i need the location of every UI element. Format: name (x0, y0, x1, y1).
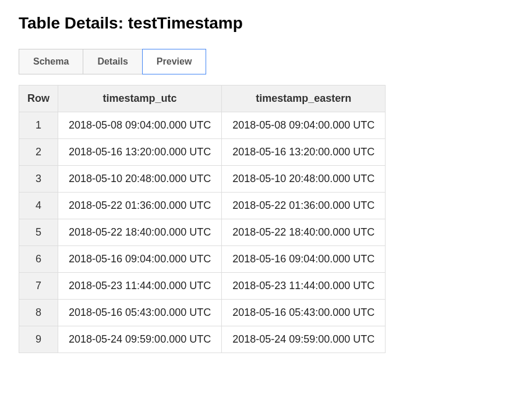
column-header-timestamp-eastern: timestamp_eastern (222, 86, 386, 112)
tab-schema[interactable]: Schema (19, 49, 83, 74)
row-number: 6 (19, 246, 58, 273)
cell-timestamp-eastern: 2018-05-16 05:43:00.000 UTC (222, 300, 386, 326)
table-name: testTimestamp (128, 14, 243, 32)
table-row: 82018-05-16 05:43:00.000 UTC2018-05-16 0… (19, 300, 386, 326)
row-number: 1 (19, 112, 58, 139)
cell-timestamp-eastern: 2018-05-23 11:44:00.000 UTC (222, 273, 386, 300)
table-row: 52018-05-22 18:40:00.000 UTC2018-05-22 1… (19, 219, 386, 246)
row-number: 4 (19, 193, 58, 219)
page-title: Table Details: testTimestamp (19, 14, 490, 33)
cell-timestamp-eastern: 2018-05-16 09:04:00.000 UTC (222, 246, 386, 273)
table-header-row: Row timestamp_utc timestamp_eastern (19, 86, 386, 112)
table-row: 72018-05-23 11:44:00.000 UTC2018-05-23 1… (19, 273, 386, 300)
cell-timestamp-utc: 2018-05-22 01:36:00.000 UTC (58, 193, 222, 219)
row-number: 2 (19, 139, 58, 166)
cell-timestamp-utc: 2018-05-10 20:48:00.000 UTC (58, 166, 222, 193)
cell-timestamp-eastern: 2018-05-10 20:48:00.000 UTC (222, 166, 386, 193)
cell-timestamp-eastern: 2018-05-16 13:20:00.000 UTC (222, 139, 386, 166)
cell-timestamp-eastern: 2018-05-22 18:40:00.000 UTC (222, 219, 386, 246)
row-number: 8 (19, 300, 58, 326)
column-header-timestamp-utc: timestamp_utc (58, 86, 222, 112)
tab-preview[interactable]: Preview (142, 49, 206, 74)
tab-details[interactable]: Details (83, 49, 142, 74)
row-number: 7 (19, 273, 58, 300)
cell-timestamp-utc: 2018-05-16 09:04:00.000 UTC (58, 246, 222, 273)
row-number: 3 (19, 166, 58, 193)
cell-timestamp-utc: 2018-05-24 09:59:00.000 UTC (58, 326, 222, 353)
cell-timestamp-eastern: 2018-05-24 09:59:00.000 UTC (222, 326, 386, 353)
table-row: 12018-05-08 09:04:00.000 UTC2018-05-08 0… (19, 112, 386, 139)
title-prefix: Table Details: (19, 14, 128, 32)
table-row: 92018-05-24 09:59:00.000 UTC2018-05-24 0… (19, 326, 386, 353)
cell-timestamp-utc: 2018-05-08 09:04:00.000 UTC (58, 112, 222, 139)
cell-timestamp-utc: 2018-05-23 11:44:00.000 UTC (58, 273, 222, 300)
preview-table: Row timestamp_utc timestamp_eastern 1201… (19, 85, 386, 353)
table-row: 22018-05-16 13:20:00.000 UTC2018-05-16 1… (19, 139, 386, 166)
table-row: 42018-05-22 01:36:00.000 UTC2018-05-22 0… (19, 193, 386, 219)
table-row: 32018-05-10 20:48:00.000 UTC2018-05-10 2… (19, 166, 386, 193)
cell-timestamp-utc: 2018-05-16 05:43:00.000 UTC (58, 300, 222, 326)
table-row: 62018-05-16 09:04:00.000 UTC2018-05-16 0… (19, 246, 386, 273)
cell-timestamp-utc: 2018-05-22 18:40:00.000 UTC (58, 219, 222, 246)
cell-timestamp-utc: 2018-05-16 13:20:00.000 UTC (58, 139, 222, 166)
cell-timestamp-eastern: 2018-05-22 01:36:00.000 UTC (222, 193, 386, 219)
cell-timestamp-eastern: 2018-05-08 09:04:00.000 UTC (222, 112, 386, 139)
row-number: 5 (19, 219, 58, 246)
tab-bar: Schema Details Preview (19, 49, 490, 74)
row-number: 9 (19, 326, 58, 353)
column-header-row: Row (19, 86, 58, 112)
